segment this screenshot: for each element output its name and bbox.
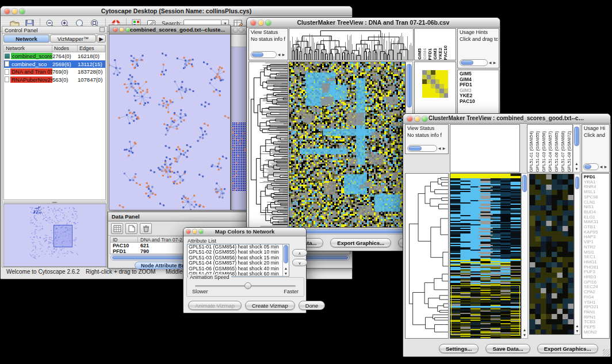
treeview1-column-labels[interactable]: GIM5GIM4PFD1GIM3YKE2PAC10 <box>414 28 456 60</box>
matrix-cell[interactable] <box>422 84 427 89</box>
matrix-cell[interactable] <box>444 84 449 89</box>
minimize-icon[interactable] <box>193 229 197 233</box>
close-icon[interactable] <box>5 9 10 14</box>
treeview2-zoom-vscrollbar[interactable]: ▲▼ <box>574 174 580 335</box>
float-panel-icon[interactable] <box>100 27 105 32</box>
treeview2-row-dendrogram[interactable] <box>405 173 449 339</box>
close-icon[interactable] <box>113 28 117 32</box>
matrix-cell[interactable] <box>444 79 449 84</box>
treeview1-heatmap[interactable] <box>289 62 406 228</box>
control-panel-tab[interactable]: ▶ <box>97 35 106 43</box>
gene-label[interactable]: PAC10 <box>460 99 499 105</box>
resize-grip[interactable] <box>603 349 610 356</box>
view-status-scrollbar[interactable]: ◀▶ <box>251 51 286 58</box>
treeview2-gene-list[interactable]: PFD1YRA1RNR4MSL1SPC98CLN1NIS1BUD4ELG1MAK… <box>582 173 610 339</box>
minimize-icon[interactable] <box>258 20 263 25</box>
view-status-scrollbar[interactable]: ◀▶ <box>407 144 446 152</box>
gene-label[interactable]: MON2 <box>584 330 609 335</box>
treeview2-heatmap-vscrollbar[interactable]: ▲▼ <box>521 173 528 339</box>
matrix-cell[interactable] <box>427 79 431 84</box>
treeview2-title-bar[interactable]: ClusterMaker TreeView : combined_scores_… <box>403 114 610 124</box>
treeview2-button[interactable]: Export Graphics... <box>537 344 598 353</box>
matrix-cell[interactable] <box>427 84 431 89</box>
matrix-cell[interactable] <box>435 79 440 84</box>
background-network-frame[interactable] <box>231 26 248 210</box>
zoom-window-icon[interactable] <box>422 116 427 121</box>
matrix-cell[interactable] <box>422 79 427 84</box>
minimize-icon[interactable] <box>239 28 243 32</box>
matrix-cell[interactable] <box>444 89 449 93</box>
matrix-cell[interactable] <box>435 84 440 89</box>
matrix-cell[interactable] <box>444 75 449 79</box>
matrix-cell[interactable] <box>435 93 440 98</box>
zoom-window-icon[interactable] <box>199 229 203 233</box>
minimize-icon[interactable] <box>12 9 17 14</box>
treeview1-title-bar[interactable]: ClusterMaker TreeView : DNA and Tran 07-… <box>247 18 500 28</box>
network-canvas[interactable] <box>109 35 230 210</box>
matrix-cell[interactable] <box>431 84 435 89</box>
treeview2-column-tree-area[interactable] <box>450 124 520 173</box>
network-frame-title-bar[interactable]: combined_scores_good.txt--cluste... <box>109 25 230 35</box>
matrix-cell[interactable] <box>435 70 440 75</box>
matrix-cell[interactable] <box>439 93 444 98</box>
matrix-cell[interactable] <box>422 89 427 93</box>
matrix-cell[interactable] <box>439 75 444 79</box>
matrix-cell[interactable] <box>427 89 431 93</box>
slider-thumb[interactable] <box>244 282 251 289</box>
select-attributes-icon[interactable] <box>111 223 123 234</box>
zoom-window-icon[interactable] <box>126 28 130 32</box>
close-icon[interactable] <box>186 229 190 233</box>
matrix-cell[interactable] <box>427 70 431 75</box>
matrix-cell[interactable] <box>439 84 444 89</box>
network-row[interactable]: combined_scores 2764(0) 16218(0) <box>4 52 105 60</box>
matrix-cell[interactable] <box>435 75 440 79</box>
move-down-button[interactable]: ∨ <box>292 259 307 266</box>
attribute-list-vscrollbar[interactable]: ▲▼ <box>282 244 289 276</box>
matrix-cell[interactable] <box>439 70 444 75</box>
minimize-icon[interactable] <box>415 116 420 121</box>
matrix-cell[interactable] <box>431 79 435 84</box>
new-attribute-icon[interactable] <box>125 223 137 234</box>
network-row[interactable]: DNA and Tran 07 769(0) 183728(0) <box>4 68 105 76</box>
matrix-cell[interactable] <box>422 75 427 79</box>
delete-attribute-icon[interactable] <box>140 223 152 234</box>
minimize-icon[interactable] <box>120 28 124 32</box>
window-controls[interactable] <box>5 9 25 14</box>
correlation-matrix[interactable] <box>422 70 448 98</box>
control-panel-tab[interactable]: Network <box>3 35 49 43</box>
background-network-canvas[interactable] <box>231 47 247 210</box>
matrix-cell[interactable] <box>444 93 449 98</box>
treeview2-zoom-heatmap[interactable] <box>529 174 574 335</box>
birdseye-view[interactable] <box>3 204 106 267</box>
zoom-window-icon[interactable] <box>20 9 25 14</box>
matrix-cell[interactable] <box>431 89 435 93</box>
close-icon[interactable] <box>251 20 256 25</box>
usage-hints-scrollbar[interactable]: ◀▶ <box>460 59 497 66</box>
treeview1-row-dendrogram[interactable] <box>248 62 288 228</box>
treeview2-column-labels-vscrollbar[interactable]: ▲▼ <box>573 124 580 173</box>
matrix-cell[interactable] <box>422 93 427 98</box>
control-panel-tab[interactable]: VizMapper™ <box>50 35 96 43</box>
background-frame-title-bar[interactable] <box>231 26 247 35</box>
network-row[interactable]: RNAPuberNov2+ 563(0) 107847(0) <box>4 76 105 84</box>
treeview1-button[interactable]: Export Graphics... <box>330 238 391 247</box>
speed-slider[interactable] <box>195 285 296 287</box>
matrix-cell[interactable] <box>431 70 435 75</box>
treeview2-button[interactable]: Save Data... <box>485 344 530 353</box>
treeview1-column-dendrogram[interactable] <box>289 28 414 60</box>
matrix-cell[interactable] <box>435 89 440 93</box>
main-title-bar[interactable]: Cytoscape Desktop (Session Name: collins… <box>1 6 352 16</box>
zoom-window-icon[interactable] <box>266 20 271 25</box>
dialog-title-bar[interactable]: Map Colors to Network <box>183 228 306 236</box>
move-up-button[interactable]: ∧ <box>292 249 307 256</box>
treeview2-column-labels[interactable]: GPL51-01 (GSM854)GPL51-02 (GSM855)GPL51-… <box>527 124 573 173</box>
close-icon[interactable] <box>234 28 238 32</box>
matrix-cell[interactable] <box>422 70 427 75</box>
matrix-cell[interactable] <box>444 70 449 75</box>
matrix-cell[interactable] <box>431 75 435 79</box>
network-row[interactable]: combined_sco 2569(6) 13112(15) <box>4 60 105 68</box>
treeview2-heatmap[interactable] <box>450 173 521 339</box>
dialog-button[interactable]: Create Vizmap <box>245 301 295 310</box>
close-icon[interactable] <box>407 116 412 121</box>
matrix-cell[interactable] <box>439 89 444 93</box>
